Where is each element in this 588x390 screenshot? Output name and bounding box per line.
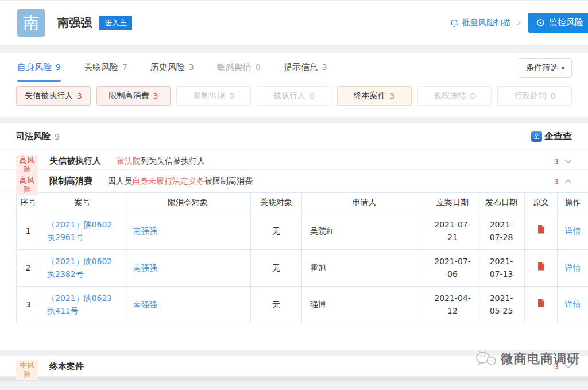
tab-hint-info[interactable]: 提示信息3	[284, 53, 327, 82]
tab-label: 自身风险	[17, 62, 52, 73]
tab-label: 敏感舆情	[217, 62, 252, 73]
batch-risk-scan-link[interactable]: 批量风险扫描	[450, 18, 510, 28]
pdf-icon[interactable]	[537, 225, 546, 234]
desc-part-highlight: 自身未履行法定义务	[132, 176, 204, 186]
expand-toggle[interactable]: 3	[554, 157, 572, 166]
condition-filter-label: 条件筛选	[526, 63, 558, 73]
risk-row-description: 被法院列为失信被执行人	[117, 156, 205, 167]
col-header-filing-date: 立案日期	[427, 193, 478, 213]
tab-count: 0	[256, 63, 261, 72]
risk-row-title: 终本案件	[49, 361, 84, 372]
alarm-bell-icon	[450, 18, 459, 28]
condition-filter-button[interactable]: 条件筛选 ▾	[519, 58, 572, 78]
chip-count: 0	[310, 91, 315, 101]
qcc-logo-text: 企查查	[544, 130, 572, 142]
risk-row-title: 限制高消费	[49, 176, 92, 187]
risk-row-dishonest-executee[interactable]: 高风险 失信被执行人 被法院列为失信被执行人 3	[0, 150, 588, 170]
tab-self-risk[interactable]: 自身风险9	[17, 53, 61, 82]
entity-header: 南 南强强 进入主 批量风险扫描 ＞ 监控风险	[0, 0, 588, 45]
cell-related: 无	[251, 213, 302, 250]
watermark-text: 微商电商调研	[501, 350, 580, 368]
cell-publish-date: 2021-05-25	[478, 287, 525, 323]
monitor-risk-button[interactable]: 监控风险	[528, 13, 588, 33]
chip-count: 0	[470, 91, 475, 101]
risk-row-description: 因人员自身未履行法定义务被限制高消费	[108, 176, 253, 187]
cell-publish-date: 2021-07-13	[478, 250, 525, 287]
col-header-action: 操作	[558, 193, 588, 213]
chip-count: 3	[390, 91, 395, 101]
chip-label: 行政处罚	[514, 91, 546, 101]
qcc-brand: 企 企查查	[531, 130, 572, 142]
target-person-link[interactable]: 南强强	[133, 263, 157, 272]
qcc-logo-icon: 企	[531, 131, 542, 142]
chip-consumption-restriction[interactable]: 限制高消费3	[96, 86, 171, 106]
risk-level-badge: 高风险	[16, 175, 38, 195]
collapse-toggle[interactable]: 3	[554, 177, 572, 186]
chip-terminated-case[interactable]: 终本案件3	[337, 86, 412, 106]
tab-count: 7	[122, 63, 127, 72]
section-title: 司法风险	[16, 131, 51, 142]
col-header-case-no: 案号	[40, 193, 125, 213]
chevron-down-icon	[564, 159, 572, 164]
tab-history-risk[interactable]: 历史风险3	[150, 53, 194, 82]
cell-applicant: 霍旭	[302, 250, 427, 287]
table-row: 1 （2021）陕0602执2961号 南强强 无 吴院红 2021-07-21…	[17, 213, 588, 250]
chevron-up-icon	[564, 179, 572, 184]
tab-count: 9	[56, 63, 61, 72]
desc-part: 被限制高消费	[204, 176, 253, 186]
risk-level-badge: 高风险	[16, 155, 38, 175]
chip-label: 限制出境	[193, 91, 225, 101]
desc-part: 因人员	[108, 176, 132, 186]
risk-row-title: 失信被执行人	[49, 156, 101, 167]
tab-label: 提示信息	[284, 62, 318, 73]
section-header: 司法风险 9 企 企查查	[0, 123, 588, 150]
monitor-target-icon	[536, 18, 545, 27]
risk-level-badge: 中风险	[16, 360, 38, 380]
section-count: 9	[55, 132, 60, 141]
tab-related-risk[interactable]: 关联风险7	[84, 53, 127, 82]
detail-link[interactable]: 详情	[565, 263, 581, 272]
target-person-link[interactable]: 南强强	[133, 226, 157, 235]
risk-tabs-card: 自身风险9 关联风险7 历史风险3 敏感舆情0 提示信息3 条件筛选 ▾ 失信被…	[0, 53, 588, 117]
chip-exit-restriction[interactable]: 限制出境0	[176, 86, 251, 106]
risk-tabbar: 自身风险9 关联风险7 历史风险3 敏感舆情0 提示信息3 条件筛选 ▾	[0, 53, 588, 82]
chip-count: 0	[550, 91, 555, 101]
tab-label: 历史风险	[150, 62, 185, 73]
chip-label: 失信被执行人	[25, 91, 73, 101]
chip-dishonest-executee[interactable]: 失信被执行人3	[16, 86, 91, 106]
col-header-no: 序号	[17, 193, 40, 213]
case-number-link[interactable]: （2021）陕0602执2382号	[47, 257, 112, 279]
chip-admin-penalty[interactable]: 行政处罚0	[497, 86, 572, 106]
cell-filing-date: 2021-04-12	[427, 287, 478, 323]
tab-sensitive-news[interactable]: 敏感舆情0	[217, 53, 261, 82]
risk-filter-chips: 失信被执行人3 限制高消费3 限制出境0 被执行人0 终本案件3 股权冻结0 行…	[16, 86, 572, 106]
avatar: 南	[17, 9, 45, 37]
detail-link[interactable]: 详情	[565, 300, 581, 309]
chip-executee[interactable]: 被执行人0	[257, 86, 331, 106]
header-actions: 批量风险扫描 ＞ 监控风险	[450, 13, 588, 33]
risk-row-consumption-restriction[interactable]: 高风险 限制高消费 因人员自身未履行法定义务被限制高消费 3	[0, 170, 588, 190]
table-row: 3 （2021）陕0623执411号 南强强 无 强博 2021-04-12 2…	[17, 287, 588, 323]
case-number-link[interactable]: （2021）陕0602执2961号	[47, 220, 112, 242]
pdf-icon[interactable]	[537, 261, 546, 271]
col-header-related: 关联对象	[251, 193, 302, 213]
cell-no: 3	[17, 287, 40, 323]
desc-part-highlight: 被法院	[117, 156, 141, 165]
cell-applicant: 强博	[302, 287, 427, 323]
desc-part: 列为失信被执行人	[141, 156, 205, 165]
pdf-icon[interactable]	[537, 298, 546, 308]
caret-down-icon: ▾	[562, 65, 564, 71]
enter-homepage-badge[interactable]: 进入主	[99, 16, 132, 30]
chip-label: 限制高消费	[109, 91, 149, 101]
tab-count: 3	[189, 63, 194, 72]
judicial-risk-section: 司法风险 9 企 企查查 高风险 失信被执行人 被法院列为失信被执行人 3 高风…	[0, 123, 588, 350]
row-count: 3	[554, 157, 559, 166]
col-header-original-doc: 原文	[525, 193, 558, 213]
chip-count: 0	[229, 91, 234, 101]
cell-publish-date: 2021-07-28	[478, 213, 525, 250]
chip-equity-freeze[interactable]: 股权冻结0	[417, 86, 492, 106]
consumption-restriction-table: 序号 案号 限消令对象 关联对象 申请人 立案日期 发布日期 原文 操作 1 （…	[16, 192, 588, 323]
target-person-link[interactable]: 南强强	[133, 300, 157, 309]
detail-link[interactable]: 详情	[565, 226, 581, 235]
case-number-link[interactable]: （2021）陕0623执411号	[47, 294, 112, 315]
